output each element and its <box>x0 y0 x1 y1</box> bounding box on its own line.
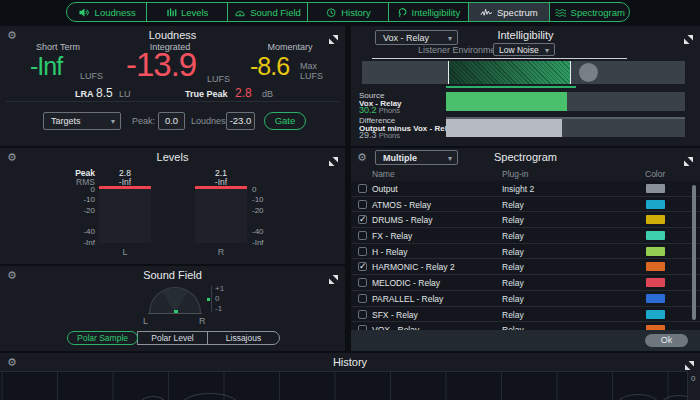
tab-bar: Loudness Levels Sound Field History Inte… <box>66 2 630 22</box>
expand-icon[interactable] <box>685 356 694 365</box>
row-plugin: Relay <box>502 278 524 288</box>
lra-label: LRA <box>75 89 94 99</box>
lissajous-button[interactable]: Lissajous <box>207 331 280 345</box>
momentary-label: Momentary <box>252 42 328 52</box>
button-label: Lissajous <box>226 333 261 343</box>
expand-icon[interactable] <box>329 152 338 161</box>
source-bar-fill <box>446 92 567 111</box>
scale-tick: 0 <box>252 185 256 194</box>
row-checkbox[interactable]: ✓ <box>358 310 367 319</box>
right-channel-label: R <box>195 247 247 257</box>
momentary-unit-max: Max <box>300 61 317 71</box>
row-color-swatch[interactable] <box>646 294 665 303</box>
expand-icon[interactable] <box>329 270 338 279</box>
table-row[interactable]: ✓ Output Insight 2 <box>351 181 700 197</box>
history-panel: ⚙ History 0 <box>0 353 700 400</box>
listener-environment-dropdown[interactable]: Low Noise ▾ <box>493 43 555 56</box>
row-color-swatch[interactable] <box>646 231 665 240</box>
button-label: Polar Sample <box>77 333 128 343</box>
balance-scale-line <box>211 286 212 312</box>
source-unit: Phons <box>379 106 400 115</box>
tab-intelligibility[interactable]: Intelligibility <box>389 3 469 21</box>
row-checkbox[interactable]: ✓ <box>358 262 367 271</box>
source-labels: Source Vox - Relay 30.2 Phons <box>359 92 402 115</box>
tab-levels[interactable]: Levels <box>147 3 227 21</box>
peak-field[interactable]: 0.0 <box>158 112 185 130</box>
row-color-swatch[interactable] <box>646 215 665 224</box>
scale-tick: 0 <box>55 185 95 194</box>
row-checkbox[interactable]: ✓ <box>358 278 367 287</box>
tab-label: Loudness <box>95 7 136 18</box>
row-color-swatch[interactable] <box>646 278 665 287</box>
tab-loudness[interactable]: Loudness <box>67 3 147 21</box>
meter-underline <box>446 86 576 88</box>
row-color-swatch[interactable] <box>646 247 665 256</box>
table-row[interactable]: ✓ H - Relay Relay <box>351 244 700 260</box>
ear-icon <box>397 7 408 18</box>
zone-right-marker <box>570 61 571 84</box>
row-checkbox[interactable]: ✓ <box>358 294 367 303</box>
table-row[interactable]: ✓ FX - Relay Relay <box>351 228 700 244</box>
row-color-swatch[interactable] <box>646 310 665 319</box>
scale-tick: -Inf <box>55 238 95 247</box>
row-name: Output <box>372 184 398 194</box>
targets-dropdown-value: Targets <box>51 116 81 126</box>
loudness-field[interactable]: -23.0 <box>226 112 255 130</box>
intelligibility-panel: Vox - Relay ▾ Intelligibility Listener E… <box>351 26 700 146</box>
row-checkbox[interactable]: ✓ <box>358 215 367 224</box>
row-color-swatch[interactable] <box>646 200 665 209</box>
scale-tick: -10 <box>55 195 95 204</box>
table-scrollbar[interactable] <box>692 185 696 320</box>
row-name: ATMOS - Relay <box>372 200 431 210</box>
lra-unit: LU <box>119 89 131 99</box>
short-term-value: -Inf <box>30 52 62 81</box>
table-row[interactable]: ✓ DRUMS - Relay Relay <box>351 212 700 228</box>
expand-icon[interactable] <box>329 30 338 39</box>
expand-icon[interactable] <box>684 30 693 39</box>
tab-history[interactable]: History <box>308 3 388 21</box>
source-bar <box>446 92 685 111</box>
sound-field-panel: ⚙ Sound Field L R +1 0 -1 Polar Sample P… <box>0 266 345 351</box>
button-label: Polar Level <box>151 333 194 343</box>
row-color-swatch[interactable] <box>646 262 665 271</box>
insight2-window: Loudness Levels Sound Field History Inte… <box>0 0 700 400</box>
expand-icon[interactable] <box>684 152 693 161</box>
tab-spectrum[interactable]: Spectrum <box>469 3 549 21</box>
polar-level-button[interactable]: Polar Level <box>137 331 208 345</box>
row-checkbox[interactable]: ✓ <box>358 184 367 193</box>
table-row[interactable]: ✓ MELODIC - Relay Relay <box>351 275 700 291</box>
tab-label: Spectrum <box>497 7 538 18</box>
row-color-swatch[interactable] <box>646 184 665 193</box>
table-row[interactable]: ✓ SFX - Relay Relay <box>351 307 700 323</box>
panel-title: Sound Field <box>0 269 345 281</box>
check-icon: ✓ <box>359 214 367 224</box>
scale-tick: -40 <box>252 227 264 236</box>
row-plugin: Relay <box>502 215 524 225</box>
polar-sample-button[interactable]: Polar Sample <box>67 331 138 345</box>
row-checkbox[interactable]: ✓ <box>358 231 367 240</box>
history-curve <box>140 396 166 400</box>
panel-title: Intelligibility <box>351 29 700 41</box>
table-row[interactable]: ✓ HARMONIC - Relay 2 Relay <box>351 259 700 275</box>
intelligibility-indicator[interactable] <box>579 63 598 82</box>
source-value: 30.2 <box>359 105 377 115</box>
left-channel-label: L <box>99 247 151 257</box>
tab-label: History <box>341 7 371 18</box>
scale-tick: -20 <box>55 206 95 215</box>
zone-left-marker <box>448 61 449 84</box>
polar-display <box>149 287 201 313</box>
difference-value: 29.3 <box>359 130 377 140</box>
tab-sound-field[interactable]: Sound Field <box>228 3 308 21</box>
right-level-meter <box>195 186 247 243</box>
table-row[interactable]: ✓ PARALLEL - Relay Relay <box>351 291 700 307</box>
row-checkbox[interactable]: ✓ <box>358 200 367 209</box>
targets-dropdown[interactable]: Targets ▾ <box>43 112 121 130</box>
table-row[interactable]: ✓ VOX - Relay Relay <box>351 322 700 330</box>
row-checkbox[interactable]: ✓ <box>358 247 367 256</box>
tab-spectrogram[interactable]: Spectrogram <box>550 3 629 21</box>
gate-button[interactable]: Gate <box>264 112 306 130</box>
row-plugin: Relay <box>502 231 524 241</box>
ok-button[interactable]: Ok <box>645 334 688 347</box>
polar-baseline <box>148 313 202 314</box>
table-row[interactable]: ✓ ATMOS - Relay Relay <box>351 197 700 213</box>
